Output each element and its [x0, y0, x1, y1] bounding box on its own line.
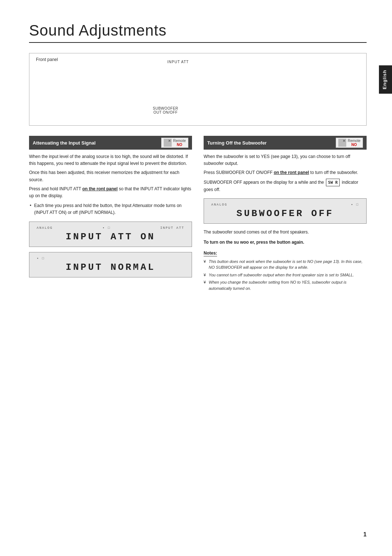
- subwoofer-sound-text: The subwoofer sound comes out of the fro…: [204, 229, 367, 236]
- right-body-text: When the subwoofer is set to YES (see pa…: [204, 153, 367, 193]
- right-para-3: SUBWOOFER OFF appears on the display for…: [204, 179, 367, 194]
- lcd-input-att-on: ANALOG ▪ □ INPUT ATT INPUT ATT ON: [29, 222, 192, 247]
- lcd-on-right: INPUT ATT: [160, 226, 184, 230]
- left-column: Attenuating the Input Signal ✕ Remote NO…: [29, 136, 192, 293]
- left-para-3: Press and hold INPUT ATT on the ront pan…: [29, 186, 192, 199]
- right-column: Turning Off the Subwoofer ✕ Remote NO Wh…: [204, 136, 367, 293]
- lcd-on-analog: ANALOG: [37, 226, 53, 230]
- input-att-diagram-label: INPUT ATT: [167, 60, 189, 64]
- lcd-sub-icons: ▪ □: [351, 203, 359, 207]
- subwoofer-diagram-label: SUBWOOFER OUT ON/OFF: [153, 106, 178, 114]
- left-section-header: Attenuating the Input Signal ✕ Remote NO: [29, 136, 192, 150]
- left-para-2: Once this has been adjusted, this receiv…: [29, 169, 192, 183]
- lcd-sub-analog: ANALOG: [211, 203, 227, 207]
- lcd-sub-main: SUBWOOFER OFF: [211, 208, 359, 219]
- right-para-2: Press SUBWOOFER OUT ON/OFF on the ront p…: [204, 169, 367, 176]
- notes-section: Notes: This button does not work when th…: [204, 250, 367, 292]
- note-1: This button does not work when the subwo…: [204, 259, 367, 271]
- left-body-text: When the input level of the analog sourc…: [29, 153, 192, 199]
- two-column-layout: Attenuating the Input Signal ✕ Remote NO…: [29, 136, 367, 293]
- notes-title: Notes:: [204, 251, 217, 256]
- page-container: English Sound Adjustments Front panel IN…: [0, 0, 392, 556]
- lcd-normal-icons: ▪ □: [37, 257, 45, 260]
- left-bullet: Each time you press and hold the button,…: [29, 202, 192, 216]
- language-tab: English: [379, 65, 392, 94]
- front-panel-label: Front panel: [36, 57, 58, 62]
- page-title: Sound Adjustments: [29, 22, 367, 39]
- right-section-title: Turning Off the Subwoofer: [207, 140, 267, 146]
- right-section-header: Turning Off the Subwoofer ✕ Remote NO: [204, 136, 367, 150]
- lcd-input-normal: ▪ □ INPUT NORMAL: [29, 252, 192, 277]
- left-para-1: When the input level of the analog sourc…: [29, 153, 192, 167]
- diagram-box: Front panel INPUT ATT SUBWOOFER OUT ON/O…: [29, 53, 367, 126]
- lcd-normal-main: INPUT NORMAL: [37, 262, 184, 273]
- right-para-1: When the subwoofer is set to YES (see pa…: [204, 153, 367, 167]
- page-number: 1: [363, 531, 367, 538]
- note-2: You cannot turn off subwoofer output whe…: [204, 272, 367, 278]
- remote-badge-right: ✕ Remote NO: [336, 138, 363, 148]
- left-section-title: Attenuating the Input Signal: [33, 140, 95, 146]
- lcd-on-icons: ▪ □: [102, 226, 110, 230]
- lcd-subwoofer-off: ANALOG ▪ □ SUBWOOFER OFF: [204, 198, 367, 224]
- lcd-on-main: INPUT ATT ON: [37, 231, 184, 242]
- to-turn-on-text: To turn on the su woo er, press the butt…: [204, 239, 367, 246]
- note-3: When you change the subwoofer setting fr…: [204, 279, 367, 291]
- title-underline: [29, 42, 367, 43]
- remote-badge-left: ✕ Remote NO: [161, 138, 188, 148]
- sw-badge: SW R: [326, 179, 340, 187]
